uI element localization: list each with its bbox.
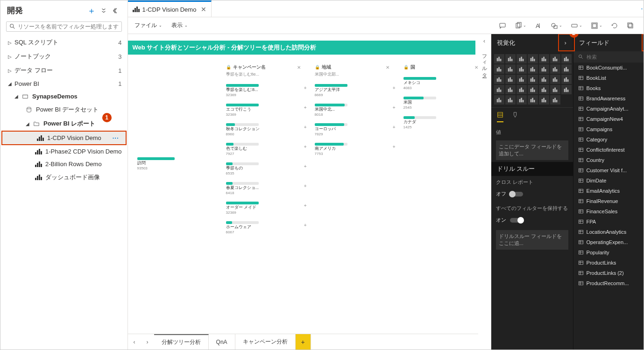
expand-node-icon[interactable]: + xyxy=(303,222,308,228)
field-table[interactable]: Campaigns xyxy=(573,124,644,134)
expand-filter-icon[interactable]: ‹ xyxy=(483,38,485,44)
expand-node-icon[interactable]: + xyxy=(303,85,308,91)
tree-report-3[interactable]: 2-Billion Rows Demo xyxy=(0,158,127,170)
field-table[interactable]: DimDate xyxy=(573,175,644,186)
sheet-tab-1[interactable]: 分解ツリー分析 xyxy=(154,334,209,350)
expand-node-icon[interactable]: + xyxy=(303,203,308,208)
tree-notebooks[interactable]: ▷ノートブック3 xyxy=(0,49,127,63)
viz-type-icon[interactable] xyxy=(505,95,516,105)
decomp-node[interactable]: カナダ1425+ xyxy=(403,116,478,129)
field-table[interactable]: LocationAnalytics xyxy=(573,227,644,237)
viz-type-icon[interactable] xyxy=(505,54,516,63)
decomp-node[interactable]: 季節を楽しむ:8...32369+ xyxy=(226,84,301,97)
tree-report-2[interactable]: 1-Phase2 CDP Vision Demo xyxy=(0,145,127,158)
tab-more-button[interactable]: ··· xyxy=(634,5,644,13)
viz-format-tab[interactable] xyxy=(512,112,518,122)
viz-type-icon[interactable] xyxy=(539,75,549,84)
toolbar-duplicate-icon[interactable] xyxy=(627,22,634,29)
keep-filters-toggle[interactable] xyxy=(510,218,523,223)
viz-type-icon[interactable] xyxy=(550,75,560,84)
viz-fields-tab[interactable] xyxy=(497,112,503,122)
viz-type-icon[interactable] xyxy=(528,64,538,74)
field-table[interactable]: Conflictofinterest xyxy=(573,145,644,155)
filter-rail[interactable]: ‹ フィルター xyxy=(478,34,491,350)
menu-view[interactable]: 表示⌄ xyxy=(171,21,188,29)
decomp-node[interactable]: アジア太平洋8669+ xyxy=(315,84,389,97)
viz-type-icon[interactable] xyxy=(517,64,527,74)
sheet-next-button[interactable]: › xyxy=(141,334,154,350)
viz-values-dropzone[interactable]: ここにデータ フィールドを追加して... xyxy=(496,140,568,160)
toolbar-save-icon[interactable] xyxy=(643,22,644,29)
fields-search-input[interactable] xyxy=(587,54,644,60)
field-table[interactable]: Category xyxy=(573,134,644,145)
field-table[interactable]: CampaignAnalyt... xyxy=(573,104,644,114)
field-table[interactable]: BrandAwareness xyxy=(573,93,644,104)
item-more-button[interactable]: ··· xyxy=(113,134,119,141)
decomp-node[interactable]: オーダー メイド32369+ xyxy=(226,202,301,215)
viz-type-icon[interactable] xyxy=(505,75,516,84)
tree-report-1[interactable]: 1-CDP Vision Demo··· xyxy=(2,132,126,144)
field-table[interactable]: EmailAnalytics xyxy=(573,186,644,196)
resource-search[interactable] xyxy=(6,21,122,32)
viz-type-icon[interactable] xyxy=(561,85,572,94)
close-tab-button[interactable]: ✕ xyxy=(201,6,206,13)
decomp-level-header[interactable]: 🔒キャンペーン名✕ xyxy=(226,64,301,70)
decomp-level-header[interactable]: 🔒地域✕ xyxy=(315,64,389,70)
decomp-node[interactable]: 米国中北...8018+ xyxy=(315,104,389,117)
decomp-node[interactable]: メキシコ4083+ xyxy=(403,77,478,90)
decomp-node[interactable]: 季節もの6535+ xyxy=(226,162,301,175)
viz-type-icon[interactable] xyxy=(539,64,549,74)
decomp-node[interactable]: ホームウェア6067+ xyxy=(226,221,301,234)
decomp-node[interactable]: 秋冬コレクション8960+ xyxy=(226,123,301,136)
field-table[interactable]: ProductRecomm... xyxy=(573,278,644,288)
viz-type-icon[interactable] xyxy=(517,54,527,63)
collapse-viz-button[interactable]: › xyxy=(565,39,566,46)
toolbar-text-icon[interactable]: A xyxy=(535,22,542,29)
viz-type-icon[interactable] xyxy=(561,75,572,84)
expand-node-icon[interactable]: + xyxy=(391,105,397,110)
add-resource-button[interactable]: ＋ xyxy=(86,6,97,16)
viz-type-icon[interactable] xyxy=(528,75,538,84)
viz-type-icon[interactable] xyxy=(505,64,516,74)
toolbar-button-icon[interactable]: ⌄ xyxy=(571,22,582,29)
viz-type-icon[interactable] xyxy=(517,75,527,84)
field-table[interactable]: BookList xyxy=(573,73,644,83)
viz-type-icon[interactable] xyxy=(550,95,560,105)
sheet-tab-2[interactable]: QnA xyxy=(209,334,235,350)
tree-workspace[interactable]: ◢SynapseDemos xyxy=(0,90,127,103)
menu-file[interactable]: ファイル⌄ xyxy=(134,21,162,29)
viz-type-icon[interactable] xyxy=(494,85,504,94)
sheet-tab-3[interactable]: キャンペーン分析 xyxy=(235,334,296,350)
decomp-node[interactable]: 米国2545+ xyxy=(403,97,478,110)
field-table[interactable]: ProductLinks xyxy=(573,258,644,268)
toolbar-visual-icon[interactable]: ⌄ xyxy=(591,22,602,29)
toolbar-shapes-icon[interactable]: ⌄ xyxy=(551,22,562,29)
viz-type-icon[interactable] xyxy=(539,85,549,94)
drillthrough-dropzone[interactable]: ドリルスルー フィールドをここに追... xyxy=(496,230,568,250)
field-table[interactable]: FinanceSales xyxy=(573,206,644,217)
decomp-level-header[interactable]: 🔒国✕ xyxy=(403,64,478,70)
viz-gallery[interactable] xyxy=(491,51,573,107)
tree-report-4[interactable]: ダッシュボード画像 xyxy=(0,170,127,184)
expand-node-icon[interactable]: + xyxy=(391,124,397,130)
toolbar-copy-icon[interactable]: ⌄ xyxy=(515,22,526,29)
viz-type-icon[interactable] xyxy=(494,54,504,63)
viz-type-icon[interactable] xyxy=(528,54,538,63)
tree-powerbi[interactable]: ◢Power BI1 xyxy=(0,77,127,90)
viz-type-icon[interactable] xyxy=(550,54,560,63)
viz-type-icon[interactable] xyxy=(528,95,538,105)
toolbar-chat-icon[interactable] xyxy=(499,22,506,29)
field-table[interactable]: Country xyxy=(573,155,644,165)
collapse-pane-button[interactable] xyxy=(111,6,121,16)
field-table[interactable]: ProductLinks (2) xyxy=(573,268,644,278)
field-table[interactable]: BookConsumpti... xyxy=(573,63,644,73)
field-table[interactable]: OperatingExpen... xyxy=(573,237,644,247)
viz-type-icon[interactable] xyxy=(561,54,572,63)
expand-node-icon[interactable]: + xyxy=(391,144,397,149)
viz-type-icon[interactable] xyxy=(494,64,504,74)
viz-type-icon[interactable] xyxy=(517,85,527,94)
viz-type-icon[interactable] xyxy=(517,95,527,105)
viz-type-icon[interactable] xyxy=(528,85,538,94)
tree-dataflows[interactable]: ▷データ フロー1 xyxy=(0,63,127,77)
expand-node-icon[interactable]: + xyxy=(303,163,308,169)
